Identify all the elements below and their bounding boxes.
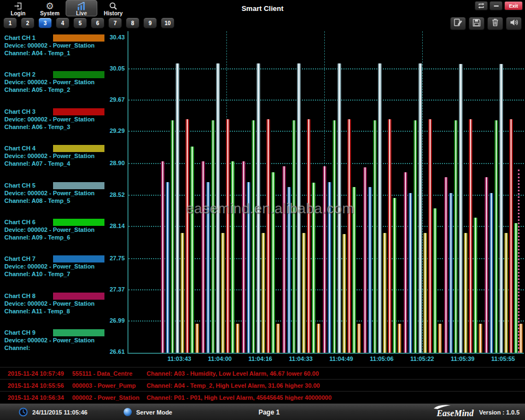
tab-10[interactable]: 10 [161,18,174,28]
channel-color-swatch [52,329,105,337]
chart-bar-CH3-t3 [266,119,270,353]
channel-item-9[interactable]: Chart CH 9Device: 000002 - Power_Station… [4,329,105,354]
chart-bar-CH8-t1 [161,161,165,353]
channel-signal: Channel: A09 - Temp_6 [4,234,105,242]
channel-item-5[interactable]: Chart CH 5Device: 000002 - Power_Station… [4,182,105,207]
exit-button[interactable]: Exit [504,1,523,10]
save-icon [472,19,481,29]
channel-color-swatch [52,292,105,300]
channel-device: Device: 000002 - Power_Station [4,337,105,345]
chart-bar-CH2-t8 [454,120,458,353]
delete-button[interactable] [487,17,503,30]
alarm-message: Channel: A04 - Temp_2, High Level Alarm,… [147,382,525,389]
channel-signal: Channel: A07 - Temp_4 [4,160,105,168]
tab-8[interactable]: 8 [126,18,139,28]
mode-indicator-icon [124,408,132,416]
chart-bar-CH3-t1 [185,119,189,353]
channel-name: Chart CH 3 [4,108,52,116]
chart-bar-CH4-t9 [504,233,508,353]
x-tick-label: 11:04:49 [329,355,353,362]
chart-bar-CH7-t7 [409,193,412,353]
clock-icon [19,407,28,417]
channel-color-swatch [52,34,105,42]
v-gridline [422,31,423,353]
minimize-button[interactable] [489,1,503,10]
channel-item-4[interactable]: Chart CH 4Device: 000002 - Power_Station… [4,144,105,170]
chart-bar-CH5-t7 [418,63,422,353]
tab-6[interactable]: 6 [91,18,104,28]
chart-bar-CH4-t8 [464,233,468,353]
chart-bar-CH8-t4 [282,166,286,353]
channel-name: Chart CH 7 [4,255,52,263]
alarm-time: 2015-11-24 10:57:49 [0,370,72,377]
channel-name: Chart CH 4 [4,145,52,153]
channel-item-1[interactable]: Chart CH 1Device: 000002 - Power_Station… [4,34,105,59]
tab-9[interactable]: 9 [143,18,157,28]
chart-bar-CH1-t7 [438,324,442,353]
save-button[interactable] [469,17,485,30]
y-tick-label: 27.75 [106,255,125,261]
tab-7[interactable]: 7 [108,18,122,28]
channel-device: Device: 000002 - Power_Station [4,42,105,50]
chart-bar-CH3-t7 [428,119,432,353]
chart-bar-CH7-t1 [166,182,170,353]
channel-signal: Channel: [4,345,105,352]
chart-plot-area [127,31,524,354]
chart-bar-CH4-t3 [261,233,265,353]
channel-sidebar: Chart CH 1Device: 000002 - Power_Station… [0,31,107,366]
chart-bar-CH6-t9 [514,223,518,353]
y-axis-labels: 30.4330.0529.6729.2928.9028.5228.1427.75… [106,31,125,353]
chart-bar-CH3-t4 [307,119,311,353]
x-tick-label: 11:05:39 [451,355,474,362]
alarm-row: 2015-11-24 10:57:49555111 - Data_CentreC… [0,367,525,380]
tab-4[interactable]: 4 [56,18,69,28]
chart-bar-CH6-t1 [190,147,194,353]
channel-name: Chart CH 9 [4,329,52,337]
tab-1[interactable]: 1 [3,18,17,28]
chart-bar-CH8-t9 [485,177,488,353]
y-tick-label: 28.52 [106,191,125,198]
page-tabs: 12345678910 [3,18,174,28]
chart-bar-CH3-t2 [226,119,230,353]
tab-3[interactable]: 3 [38,18,52,28]
page-indicator: Page 1 [183,409,355,416]
channel-item-3[interactable]: Chart CH 3Device: 000002 - Power_Station… [4,108,105,133]
sound-button[interactable] [506,17,522,30]
channel-color-swatch [52,182,105,190]
chart-bar-CH8-t6 [363,167,367,353]
chart-bar-CH2-t4 [292,120,296,353]
chart-bar-CH8-t2 [201,161,205,353]
channel-item-8[interactable]: Chart CH 8Device: 000002 - Power_Station… [4,292,105,317]
chart-bar-CH8-t7 [404,172,407,353]
chart-bar-CH8-t3 [242,161,246,353]
channel-signal: Channel: A10 - Temp_7 [4,271,105,278]
chart-bar-CH1-t8 [479,324,482,353]
sound-icon [510,18,518,29]
app-title: Smart Client [0,4,525,13]
y-tick-label: 29.29 [106,127,125,134]
edit-button[interactable] [450,17,466,30]
y-tick-label: 28.14 [106,223,125,229]
chart-bar-CH6-t3 [271,172,275,353]
chart-bar-CH1-t2 [236,324,240,353]
chart-bar-CH2-t2 [211,120,215,353]
restore-button[interactable] [475,1,488,10]
channel-item-7[interactable]: Chart CH 7Device: 000002 - Power_Station… [4,255,105,280]
chart-bar-CH6-t6 [393,198,396,353]
channel-item-6[interactable]: Chart CH 6Device: 000002 - Power_Station… [4,218,105,243]
channel-signal: Channel: A06 - Temp_3 [4,124,105,131]
alarm-row: 2015-11-24 10:56:34000002 - Power_Statio… [0,392,525,404]
toolbar [450,17,522,30]
version-label: Version : 1.0.5 [479,409,520,416]
tab-2[interactable]: 2 [21,18,34,28]
chart-bar-CH1-t5 [357,324,361,353]
tab-5[interactable]: 5 [73,18,87,28]
channel-name: Chart CH 1 [4,34,52,42]
server-mode-label: Server Mode [136,409,172,416]
chart-bar-CH3-t5 [347,119,351,353]
channel-item-2[interactable]: Chart CH 2Device: 000002 - Power_Station… [4,71,105,96]
channel-device: Device: 000002 - Power_Station [4,300,105,308]
channel-name: Chart CH 8 [4,293,52,300]
status-bar: 24/11/2015 11:05:46 Server Mode Page 1 E… [0,403,525,420]
x-tick-label: 11:05:22 [410,355,434,362]
